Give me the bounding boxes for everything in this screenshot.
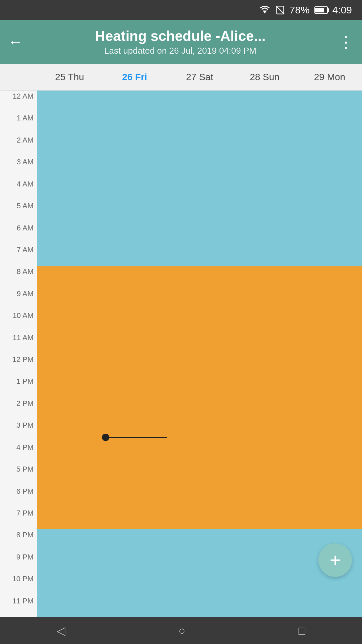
nav-home-button[interactable]: ○ <box>178 624 185 637</box>
grid-cell-4-9[interactable] <box>297 288 362 310</box>
grid-cell-0-2[interactable] <box>37 135 102 156</box>
back-button[interactable]: ← <box>8 34 23 50</box>
grid-cell-4-18[interactable] <box>297 486 362 507</box>
grid-cell-2-17[interactable] <box>167 464 232 485</box>
grid-col-2[interactable] <box>167 91 232 617</box>
grid-cell-2-2[interactable] <box>167 135 232 156</box>
grid-cell-2-10[interactable] <box>167 310 232 332</box>
grid-cell-0-6[interactable] <box>37 222 102 244</box>
grid-cell-2-16[interactable] <box>167 442 232 464</box>
grid-col-0[interactable] <box>37 91 102 617</box>
grid-cell-1-8[interactable] <box>102 266 167 288</box>
grid-cell-2-1[interactable] <box>167 112 232 134</box>
grid-cell-0-13[interactable] <box>37 376 102 397</box>
grid-cell-3-9[interactable] <box>232 288 297 310</box>
grid-cell-1-15[interactable] <box>102 420 167 441</box>
grid-cell-1-2[interactable] <box>102 135 167 156</box>
grid-cell-0-21[interactable] <box>37 551 102 573</box>
grid-cell-1-9[interactable] <box>102 288 167 310</box>
grid-cell-2-6[interactable] <box>167 222 232 244</box>
grid-cell-4-2[interactable] <box>297 135 362 156</box>
grid-cell-4-1[interactable] <box>297 112 362 134</box>
grid-cell-0-5[interactable] <box>37 200 102 222</box>
nav-back-button[interactable]: ◁ <box>57 624 65 637</box>
grid-cell-2-19[interactable] <box>167 507 232 529</box>
grid-cell-4-12[interactable] <box>297 354 362 376</box>
grid-cell-3-19[interactable] <box>232 507 297 529</box>
grid-cell-0-22[interactable] <box>37 573 102 595</box>
grid-cell-2-23[interactable] <box>167 595 232 617</box>
grid-cell-4-7[interactable] <box>297 244 362 266</box>
grid-cell-0-10[interactable] <box>37 310 102 332</box>
grid-cell-1-19[interactable] <box>102 507 167 529</box>
grid-cell-0-23[interactable] <box>37 595 102 617</box>
grid-cell-1-10[interactable] <box>102 310 167 332</box>
grid-cell-3-16[interactable] <box>232 442 297 464</box>
grid-cell-0-19[interactable] <box>37 507 102 529</box>
grid-cell-0-16[interactable] <box>37 442 102 464</box>
grid-cell-2-13[interactable] <box>167 376 232 397</box>
grid-cell-3-2[interactable] <box>232 135 297 156</box>
grid-cell-2-15[interactable] <box>167 420 232 441</box>
grid-cell-4-15[interactable] <box>297 420 362 441</box>
grid-cell-2-22[interactable] <box>167 573 232 595</box>
grid-cell-4-5[interactable] <box>297 200 362 222</box>
grid-cell-2-14[interactable] <box>167 398 232 420</box>
grid-cell-4-19[interactable] <box>297 507 362 529</box>
grid-col-3[interactable] <box>232 91 297 617</box>
grid-cell-4-11[interactable] <box>297 332 362 354</box>
grid-cell-4-8[interactable] <box>297 266 362 288</box>
grid-cell-0-4[interactable] <box>37 178 102 200</box>
grid-cell-1-4[interactable] <box>102 178 167 200</box>
grid-cell-1-5[interactable] <box>102 200 167 222</box>
grid-cell-1-1[interactable] <box>102 112 167 134</box>
grid-cell-2-20[interactable] <box>167 529 232 551</box>
grid-cell-2-12[interactable] <box>167 354 232 376</box>
grid-cell-0-9[interactable] <box>37 288 102 310</box>
grid-cell-1-6[interactable] <box>102 222 167 244</box>
grid-cell-4-23[interactable] <box>297 595 362 617</box>
grid-cell-1-23[interactable] <box>102 595 167 617</box>
grid-cell-2-3[interactable] <box>167 156 232 178</box>
grid-cell-4-14[interactable] <box>297 398 362 420</box>
grid-cell-3-0[interactable] <box>232 91 297 112</box>
grid-cell-1-21[interactable] <box>102 551 167 573</box>
grid-cell-3-11[interactable] <box>232 332 297 354</box>
grid-cell-0-17[interactable] <box>37 464 102 485</box>
grid-cell-3-12[interactable] <box>232 354 297 376</box>
grid-cell-4-13[interactable] <box>297 376 362 397</box>
grid-cell-1-20[interactable] <box>102 529 167 551</box>
grid-cell-3-7[interactable] <box>232 244 297 266</box>
grid-col-4[interactable] <box>297 91 362 617</box>
grid-cell-3-18[interactable] <box>232 486 297 507</box>
grid-cell-4-3[interactable] <box>297 156 362 178</box>
grid-cell-2-8[interactable] <box>167 266 232 288</box>
grid-cell-3-6[interactable] <box>232 222 297 244</box>
grid-cell-3-17[interactable] <box>232 464 297 485</box>
grid-cell-4-16[interactable] <box>297 442 362 464</box>
grid-cell-0-12[interactable] <box>37 354 102 376</box>
grid-cell-0-14[interactable] <box>37 398 102 420</box>
grid-cell-0-20[interactable] <box>37 529 102 551</box>
grid-cell-0-7[interactable] <box>37 244 102 266</box>
grid-cell-3-10[interactable] <box>232 310 297 332</box>
grid-cell-1-7[interactable] <box>102 244 167 266</box>
grid-cell-1-0[interactable] <box>102 91 167 112</box>
grid-cell-2-5[interactable] <box>167 200 232 222</box>
grid-cell-2-0[interactable] <box>167 91 232 112</box>
grid-cell-1-16[interactable] <box>102 442 167 464</box>
grid-col-1[interactable] <box>102 91 167 617</box>
grid-cell-2-11[interactable] <box>167 332 232 354</box>
grid-cell-1-3[interactable] <box>102 156 167 178</box>
nav-recent-button[interactable]: □ <box>299 624 306 637</box>
grid-cell-1-11[interactable] <box>102 332 167 354</box>
grid-cell-3-5[interactable] <box>232 200 297 222</box>
grid-cell-3-14[interactable] <box>232 398 297 420</box>
grid-cell-3-8[interactable] <box>232 266 297 288</box>
grid-cell-2-18[interactable] <box>167 486 232 507</box>
grid-cell-4-17[interactable] <box>297 464 362 485</box>
grid-cell-3-15[interactable] <box>232 420 297 441</box>
grid-cell-1-14[interactable] <box>102 398 167 420</box>
grid-cell-2-21[interactable] <box>167 551 232 573</box>
grid-cell-1-18[interactable] <box>102 486 167 507</box>
